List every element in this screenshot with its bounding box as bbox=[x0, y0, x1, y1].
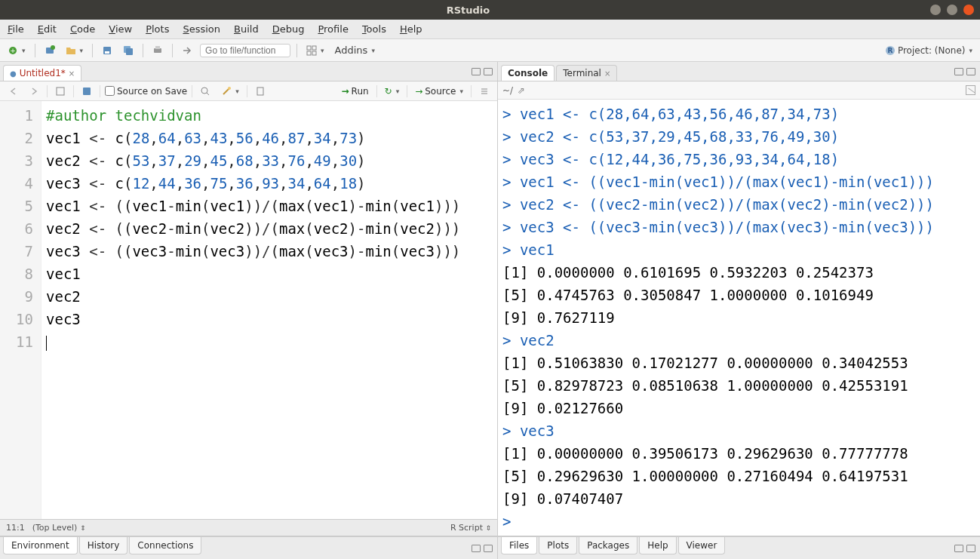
editor-save-button[interactable] bbox=[78, 84, 95, 98]
editor-area[interactable]: 1234567891011 #author techvidvanvec1 <- … bbox=[0, 101, 497, 519]
source-on-save-input[interactable] bbox=[105, 86, 115, 96]
maximize-pane-icon[interactable] bbox=[484, 545, 493, 552]
svg-rect-13 bbox=[312, 51, 316, 55]
save-all-button[interactable] bbox=[120, 44, 137, 57]
r-project-icon: R bbox=[885, 45, 896, 56]
compile-report-button[interactable] bbox=[252, 84, 269, 98]
menu-code[interactable]: Code bbox=[70, 23, 95, 35]
minimize-pane-icon[interactable] bbox=[472, 68, 481, 75]
svg-rect-9 bbox=[155, 46, 160, 49]
find-button[interactable] bbox=[197, 84, 214, 98]
menu-build[interactable]: Build bbox=[234, 23, 259, 35]
goto-file-input[interactable] bbox=[200, 44, 290, 57]
open-file-button[interactable]: ▾ bbox=[63, 44, 87, 57]
maximize-pane-icon[interactable] bbox=[484, 68, 493, 75]
source-tab-title: Untitled1* bbox=[20, 68, 66, 78]
tab-packages[interactable]: Packages bbox=[579, 537, 637, 554]
source-button[interactable]: →Source▾ bbox=[412, 84, 466, 98]
run-button[interactable]: →Run bbox=[339, 84, 372, 98]
menu-session[interactable]: Session bbox=[183, 23, 220, 35]
menu-help[interactable]: Help bbox=[400, 23, 422, 35]
minimize-pane-icon[interactable] bbox=[954, 545, 963, 552]
close-button[interactable] bbox=[963, 5, 974, 15]
tab-terminal[interactable]: Terminal × bbox=[556, 65, 617, 81]
maximize-button[interactable] bbox=[947, 5, 957, 15]
menu-edit[interactable]: Edit bbox=[38, 23, 57, 35]
menu-view[interactable]: View bbox=[109, 23, 132, 35]
left-pane: ● Untitled1* × Source on bbox=[0, 62, 498, 559]
close-tab-icon[interactable]: × bbox=[69, 69, 75, 78]
svg-point-3 bbox=[51, 45, 55, 50]
menu-profile[interactable]: Profile bbox=[318, 23, 348, 35]
working-directory[interactable]: ~/ bbox=[502, 85, 513, 96]
source-tabstrip: ● Untitled1* × bbox=[0, 62, 497, 81]
console-tabstrip: Console Terminal × bbox=[498, 62, 980, 81]
print-button[interactable] bbox=[149, 44, 166, 57]
tab-files[interactable]: Files bbox=[501, 537, 537, 554]
svg-point-19 bbox=[228, 87, 231, 90]
run-label: Run bbox=[352, 86, 369, 97]
tab-plots[interactable]: Plots bbox=[539, 537, 577, 554]
new-project-button[interactable] bbox=[41, 44, 58, 57]
file-type-indicator[interactable]: R Script ⇕ bbox=[450, 523, 491, 533]
rerun-button[interactable]: ↻▾ bbox=[382, 84, 403, 98]
forward-button[interactable] bbox=[26, 84, 42, 98]
svg-point-18 bbox=[201, 88, 207, 94]
tab-console[interactable]: Console bbox=[501, 65, 555, 81]
menu-tools[interactable]: Tools bbox=[362, 23, 386, 35]
goto-button[interactable] bbox=[179, 44, 195, 57]
new-project-icon bbox=[45, 45, 55, 56]
outline-button[interactable] bbox=[476, 84, 493, 98]
rerun-icon: ↻ bbox=[385, 86, 392, 97]
scope-indicator[interactable]: (Top Level) ⇕ bbox=[32, 523, 86, 533]
tab-viewer[interactable]: Viewer bbox=[678, 537, 726, 554]
console-output[interactable]: > vec1 <- c(28,64,63,43,56,46,87,34,73)>… bbox=[498, 100, 980, 536]
back-button[interactable] bbox=[5, 84, 21, 98]
maximize-pane-icon[interactable] bbox=[966, 545, 975, 552]
menu-debug[interactable]: Debug bbox=[272, 23, 305, 35]
new-file-icon: + bbox=[8, 45, 18, 56]
minimize-button[interactable] bbox=[930, 5, 941, 15]
save-icon bbox=[81, 86, 92, 97]
source-on-save-checkbox[interactable]: Source on Save bbox=[105, 86, 187, 97]
tab-history[interactable]: History bbox=[79, 537, 128, 554]
popout-icon bbox=[55, 86, 66, 97]
source-pane: ● Untitled1* × Source on bbox=[0, 62, 497, 536]
svg-rect-12 bbox=[307, 51, 311, 55]
maximize-pane-icon[interactable] bbox=[966, 68, 975, 75]
grid-icon bbox=[306, 45, 317, 56]
menu-file[interactable]: File bbox=[8, 23, 24, 35]
code-tools-button[interactable]: ▾ bbox=[218, 84, 242, 98]
workspace: ● Untitled1* × Source on bbox=[0, 62, 980, 559]
show-in-new-window-button[interactable] bbox=[52, 84, 69, 98]
code-content[interactable]: #author techvidvanvec1 <- c(28,64,63,43,… bbox=[41, 101, 497, 519]
tab-environment[interactable]: Environment bbox=[3, 537, 78, 554]
workspace-panes-button[interactable]: ▾ bbox=[303, 44, 327, 57]
minimize-pane-icon[interactable] bbox=[472, 545, 481, 552]
outline-icon bbox=[479, 86, 490, 97]
save-button[interactable] bbox=[99, 44, 115, 57]
source-label: Source bbox=[425, 86, 456, 97]
main-toolbar: + ▾ ▾ ▾ Addins ▾ R Project: (None) ▾ bbox=[0, 39, 980, 62]
svg-rect-11 bbox=[312, 46, 316, 50]
source-tab-untitled1[interactable]: ● Untitled1* × bbox=[3, 65, 81, 81]
project-menu[interactable]: R Project: (None) ▾ bbox=[882, 44, 975, 57]
tab-help[interactable]: Help bbox=[639, 537, 676, 554]
menubar: FileEditCodeViewPlotsSessionBuildDebugPr… bbox=[0, 20, 980, 39]
wd-popout-icon[interactable]: ⇗ bbox=[518, 85, 525, 96]
svg-rect-20 bbox=[257, 88, 263, 95]
minimize-pane-icon[interactable] bbox=[954, 68, 963, 75]
right-pane: Console Terminal × ~/ ⇗ > vec1 <- c(28,6… bbox=[498, 62, 980, 559]
wand-icon bbox=[221, 86, 232, 97]
editor-statusbar: 11:1 (Top Level) ⇕ R Script ⇕ bbox=[0, 519, 497, 536]
menu-plots[interactable]: Plots bbox=[146, 23, 169, 35]
close-tab-icon[interactable]: × bbox=[604, 69, 610, 78]
addins-button[interactable]: Addins ▾ bbox=[332, 43, 378, 57]
window-controls bbox=[930, 5, 974, 15]
svg-rect-10 bbox=[307, 46, 311, 50]
arrow-right-icon bbox=[29, 86, 39, 97]
tab-connections[interactable]: Connections bbox=[129, 537, 201, 554]
window-title: RStudio bbox=[6, 5, 930, 16]
clear-console-button[interactable] bbox=[966, 85, 975, 95]
new-file-button[interactable]: + ▾ bbox=[5, 44, 29, 57]
